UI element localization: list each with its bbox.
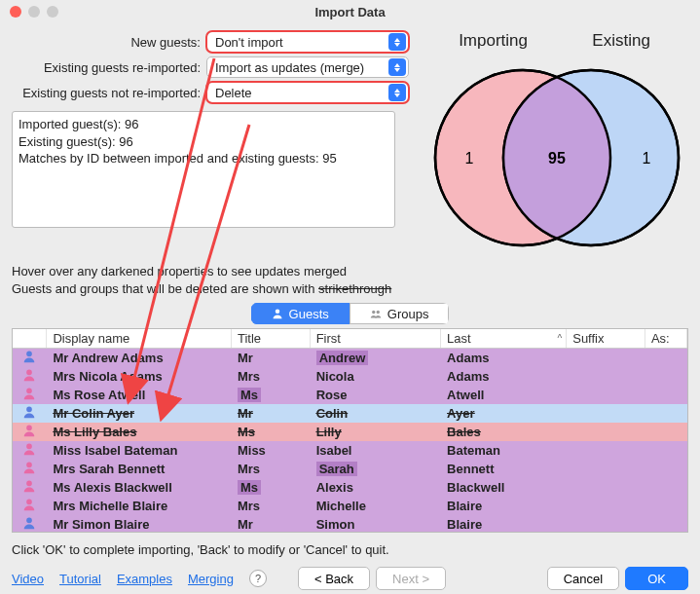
venn-label-existing: Existing xyxy=(592,31,650,51)
existing-reimported-select[interactable]: Import as updates (merge) xyxy=(206,56,409,78)
row-icon-cell xyxy=(13,404,47,423)
tab-guests[interactable]: Guests xyxy=(251,303,350,324)
new-guests-select[interactable]: Don't import xyxy=(206,31,409,53)
person-icon xyxy=(22,516,36,530)
table-row[interactable]: Mr Simon BlaireMrSimonBlaire xyxy=(13,515,687,533)
ok-button[interactable]: OK xyxy=(625,567,688,590)
table-row[interactable]: Ms Alexis BlackwellMsAlexisBlackwell xyxy=(13,478,687,497)
cell-last: Atwell xyxy=(441,386,567,404)
cell-last: Bateman xyxy=(441,441,567,460)
person-icon xyxy=(22,479,36,493)
svg-point-12 xyxy=(26,444,32,450)
table-row[interactable]: Miss Isabel BatemanMissIsabelBateman xyxy=(13,441,687,460)
tab-groups[interactable]: Groups xyxy=(350,303,450,324)
table-row[interactable]: Mr Colin AyerMrColinAyer xyxy=(13,404,687,423)
table-row[interactable]: Mrs Michelle BlaireMrsMichelleBlaire xyxy=(13,497,687,515)
chevron-updown-icon xyxy=(388,58,406,76)
venn-diagram: 1 95 1 xyxy=(421,53,688,257)
row-icon-cell xyxy=(13,349,47,368)
col-icon[interactable] xyxy=(13,329,47,349)
existing-not-reimported-value: Delete xyxy=(215,86,252,100)
svg-point-13 xyxy=(26,463,32,468)
col-ass[interactable]: As: xyxy=(645,329,686,349)
cell-last: Adams xyxy=(441,349,567,368)
col-display[interactable]: Display name xyxy=(47,329,231,349)
tutorial-link[interactable]: Tutorial xyxy=(59,572,101,586)
cell-title: Mr xyxy=(231,349,310,368)
cell-display: Mrs Michelle Blaire xyxy=(47,497,231,515)
cell-last: Adams xyxy=(441,367,567,386)
cell-last: Bennett xyxy=(441,460,567,478)
cell-title: Ms xyxy=(231,478,310,497)
venn-label-importing: Importing xyxy=(459,31,528,51)
cell-first: Andrew xyxy=(310,349,440,368)
cell-suffix xyxy=(567,460,645,478)
hint-text: Hover over any darkened properties to se… xyxy=(0,257,700,297)
col-first[interactable]: First xyxy=(310,329,440,349)
video-link[interactable]: Video xyxy=(12,572,44,586)
table-row[interactable]: Ms Lilly BalesMsLillyBales xyxy=(13,423,687,441)
cell-title: Mrs xyxy=(231,497,310,515)
stats-box: Imported guest(s): 96 Existing guest(s):… xyxy=(12,111,395,228)
col-suffix[interactable]: Suffix xyxy=(567,329,645,349)
cell-display: Mrs Sarah Bennett xyxy=(47,460,231,478)
cell-display: Ms Alexis Blackwell xyxy=(47,478,231,497)
cell-first: Rose xyxy=(310,386,440,404)
footer-note: Click 'OK' to complete importing, 'Back'… xyxy=(0,533,700,561)
table-row[interactable]: Mrs Nicola AdamsMrsNicolaAdams xyxy=(13,367,687,386)
table-row[interactable]: Ms Rose AtwellMsRoseAtwell xyxy=(13,386,687,404)
cell-suffix xyxy=(567,478,645,497)
col-last[interactable]: Last^ xyxy=(441,329,567,349)
merging-link[interactable]: Merging xyxy=(188,572,234,586)
cell-display: Mr Colin Ayer xyxy=(47,404,231,423)
cell-last: Blaire xyxy=(441,497,567,515)
cell-suffix xyxy=(567,349,645,368)
cell-suffix xyxy=(567,515,645,533)
svg-point-15 xyxy=(26,500,32,505)
new-guests-label: New guests: xyxy=(12,35,206,50)
cell-display: Mrs Nicola Adams xyxy=(47,367,231,386)
row-icon-cell xyxy=(13,497,47,515)
chevron-updown-icon xyxy=(388,84,406,101)
help-button[interactable]: ? xyxy=(249,570,267,587)
cell-first: Colin xyxy=(310,404,440,423)
svg-point-16 xyxy=(26,518,32,524)
cancel-button[interactable]: Cancel xyxy=(547,567,619,590)
person-icon xyxy=(22,498,36,511)
existing-not-reimported-select[interactable]: Delete xyxy=(206,82,409,103)
svg-point-6 xyxy=(376,311,379,314)
table-row[interactable]: Mr Andrew AdamsMrAndrewAdams xyxy=(13,349,687,368)
cell-first: Nicola xyxy=(310,367,440,386)
svg-point-11 xyxy=(26,426,32,431)
row-icon-cell xyxy=(13,460,47,478)
back-button[interactable]: < Back xyxy=(298,567,370,590)
svg-point-9 xyxy=(26,389,32,394)
cell-title: Mr xyxy=(231,515,310,533)
person-icon xyxy=(22,350,36,363)
cell-ass xyxy=(645,423,686,441)
cell-title: Mrs xyxy=(231,460,310,478)
cell-ass xyxy=(645,497,686,515)
existing-reimported-value: Import as updates (merge) xyxy=(215,60,364,75)
cell-last: Ayer xyxy=(441,404,567,423)
col-title[interactable]: Title xyxy=(231,329,310,349)
person-icon xyxy=(22,368,36,382)
guests-table: Display name Title First Last^ Suffix As… xyxy=(12,328,688,533)
row-icon-cell xyxy=(13,423,47,441)
row-icon-cell xyxy=(13,478,47,497)
person-icon xyxy=(22,405,36,419)
examples-link[interactable]: Examples xyxy=(117,572,172,586)
table-row[interactable]: Mrs Sarah BennettMrsSarahBennett xyxy=(13,460,687,478)
existing-not-reimported-label: Existing guests not re-imported: xyxy=(12,86,206,100)
venn-existing-only: 1 xyxy=(643,150,651,167)
cell-ass xyxy=(645,515,686,533)
row-icon-cell xyxy=(13,515,47,533)
cell-suffix xyxy=(567,386,645,404)
cell-last: Bales xyxy=(441,423,567,441)
cell-last: Blackwell xyxy=(441,478,567,497)
cell-first: Simon xyxy=(310,515,440,533)
sort-asc-icon: ^ xyxy=(558,333,563,344)
stats-line: Existing guest(s): 96 xyxy=(18,133,388,151)
cell-suffix xyxy=(567,497,645,515)
cell-title: Miss xyxy=(231,441,310,460)
